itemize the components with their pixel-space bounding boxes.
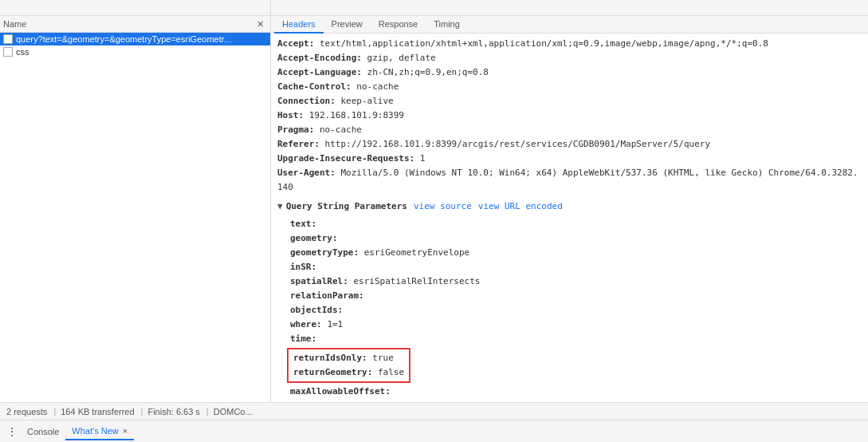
request-item-query[interactable]: query?text=&geometry=&geometryType=esriG… xyxy=(0,33,270,45)
ruler-left xyxy=(0,0,271,15)
param-where-value: 1=1 xyxy=(327,319,343,330)
header-connection: Connection: keep-alive xyxy=(277,94,862,109)
param-return-geometry-value: false xyxy=(378,367,404,377)
param-object-ids: objectIds: xyxy=(277,303,862,318)
header-accept-language-key: Accept-Language: xyxy=(277,67,362,77)
param-return-ids-only-key: returnIdsOnly: xyxy=(293,353,367,363)
param-insr: inSR: xyxy=(277,260,862,274)
request-item-css[interactable]: css xyxy=(0,45,270,58)
tab-response[interactable]: Response xyxy=(371,16,426,34)
requests-count: 2 requests xyxy=(6,407,47,416)
header-accept-value: text/html,application/xhtml+xml,applicat… xyxy=(320,38,768,49)
header-connection-value: keep-alive xyxy=(340,96,393,106)
header-host-key: Host: xyxy=(277,110,304,120)
param-spatial-rel-key: spatialRel: xyxy=(290,276,348,286)
bottom-tab-whats-new[interactable]: What's New × xyxy=(65,423,134,440)
section-toggle-icon[interactable]: ▼ xyxy=(277,199,283,214)
param-spatial-rel: spatialRel: esriSpatialRelIntersects xyxy=(277,274,862,289)
ruler-right xyxy=(271,0,868,15)
header-cache-control-key: Cache-Control: xyxy=(277,81,352,92)
header-upgrade-insecure-value: 1 xyxy=(420,153,426,164)
tabs-bar: Headers Preview Response Timing xyxy=(271,16,868,34)
param-time: time: xyxy=(277,332,862,346)
left-panel-header: Name × xyxy=(0,16,270,33)
query-string-section-title: Query String Parameters xyxy=(286,199,407,214)
header-referer-value: http://192.168.101.9:8399/arcgis/rest/se… xyxy=(325,139,710,149)
header-referer-key: Referer: xyxy=(277,139,320,149)
separator-2: | xyxy=(141,407,143,416)
param-return-geometry: returnGeometry: false xyxy=(293,365,404,380)
request-name-query: query?text=&geometry=&geometryType=esriG… xyxy=(16,34,231,44)
header-upgrade-insecure-key: Upgrade-Insecure-Requests: xyxy=(277,153,414,164)
query-string-section-header: ▼ Query String Parameters view source vi… xyxy=(277,199,862,214)
header-pragma: Pragma: no-cache xyxy=(277,123,862,137)
param-return-geometry-key: returnGeometry: xyxy=(293,367,372,377)
param-time-key: time: xyxy=(290,333,316,344)
header-user-agent-value: Mozilla/5.0 (Windows NT 10.0; Win64; x64… xyxy=(277,168,858,192)
header-accept-encoding: Accept-Encoding: gzip, deflate xyxy=(277,51,862,65)
status-bar: 2 requests | 164 KB transferred | Finish… xyxy=(0,402,868,420)
header-user-agent: User-Agent: Mozilla/5.0 (Windows NT 10.0… xyxy=(277,166,862,195)
headers-content: Accept: text/html,application/xhtml+xml,… xyxy=(271,34,868,402)
ruler xyxy=(0,0,868,16)
kb-transferred: 164 KB transferred xyxy=(61,407,134,416)
param-insr-key: inSR: xyxy=(290,262,316,272)
tab-headers[interactable]: Headers xyxy=(274,16,324,34)
param-geometry-type-key: geometryType: xyxy=(290,247,359,258)
param-max-allowable-offset-key: maxAllowableOffset: xyxy=(290,386,391,397)
header-cache-control: Cache-Control: no-cache xyxy=(277,80,862,94)
param-text: text: xyxy=(277,217,862,231)
param-geometry-type-value: esriGeometryEnvelope xyxy=(364,247,469,258)
view-url-encoded-link[interactable]: view URL encoded xyxy=(478,199,563,214)
name-column-header: Name xyxy=(3,19,254,29)
tab-preview[interactable]: Preview xyxy=(324,16,371,34)
param-spatial-rel-value: esriSpatialRelIntersects xyxy=(353,276,480,286)
header-host: Host: 192.168.101.9:8399 xyxy=(277,109,862,123)
param-relation-param-key: relationParam: xyxy=(290,290,364,301)
bottom-bar: ⋮ Console What's New × xyxy=(0,420,868,442)
dots-menu-button[interactable]: ⋮ xyxy=(3,425,21,438)
request-name-css: css xyxy=(16,47,29,57)
right-panel: Headers Preview Response Timing Accept: … xyxy=(271,16,868,402)
header-host-value: 192.168.101.9:8399 xyxy=(309,110,404,120)
close-panel-button[interactable]: × xyxy=(254,18,267,30)
header-accept-key: Accept: xyxy=(277,38,314,49)
param-object-ids-key: objectIds: xyxy=(290,305,343,315)
param-geometry-type: geometryType: esriGeometryEnvelope xyxy=(277,246,862,260)
left-panel: Name × query?text=&geometry=&geometryTyp… xyxy=(0,16,271,402)
param-text-key: text: xyxy=(290,219,316,229)
param-max-allowable-offset: maxAllowableOffset: xyxy=(277,385,862,399)
header-pragma-key: Pragma: xyxy=(277,124,314,135)
header-pragma-value: no-cache xyxy=(320,124,362,135)
param-geometry: geometry: xyxy=(277,231,862,246)
header-accept-encoding-key: Accept-Encoding: xyxy=(277,53,362,63)
param-return-ids-only: returnIdsOnly: true xyxy=(293,351,404,365)
bottom-tab-console[interactable]: Console xyxy=(21,424,65,440)
highlighted-params-box: returnIdsOnly: true returnGeometry: fals… xyxy=(287,348,410,383)
request-list: query?text=&geometry=&geometryType=esriG… xyxy=(0,33,270,402)
param-where-key: where: xyxy=(290,319,322,330)
param-geometry-key: geometry: xyxy=(290,233,338,243)
header-connection-key: Connection: xyxy=(277,96,336,106)
tab-timing[interactable]: Timing xyxy=(426,16,468,34)
separator-1: | xyxy=(53,407,56,416)
header-accept-encoding-value: gzip, deflate xyxy=(367,53,436,63)
main-area: Name × query?text=&geometry=&geometryTyp… xyxy=(0,16,868,402)
header-cache-control-value: no-cache xyxy=(356,81,399,92)
header-referer: Referer: http://192.168.101.9:8399/arcgi… xyxy=(277,137,862,152)
header-upgrade-insecure: Upgrade-Insecure-Requests: 1 xyxy=(277,152,862,166)
domco-label: DOMCo... xyxy=(214,407,253,416)
header-user-agent-key: User-Agent: xyxy=(277,168,336,178)
param-return-ids-only-value: true xyxy=(372,353,394,363)
header-accept: Accept: text/html,application/xhtml+xml,… xyxy=(277,37,862,51)
whats-new-label: What's New xyxy=(72,426,118,436)
view-source-link[interactable]: view source xyxy=(414,199,472,214)
header-accept-language: Accept-Language: zh-CN,zh;q=0.9,en;q=0.8 xyxy=(277,65,862,80)
finish-time: Finish: 6.63 s xyxy=(147,407,199,416)
param-where: where: 1=1 xyxy=(277,318,862,332)
request-checkbox-css[interactable] xyxy=(3,47,13,57)
whats-new-close-button[interactable]: × xyxy=(123,426,128,436)
header-accept-language-value: zh-CN,zh;q=0.9,en;q=0.8 xyxy=(367,67,489,77)
separator-3: | xyxy=(206,407,209,416)
request-checkbox-query[interactable] xyxy=(3,34,13,44)
